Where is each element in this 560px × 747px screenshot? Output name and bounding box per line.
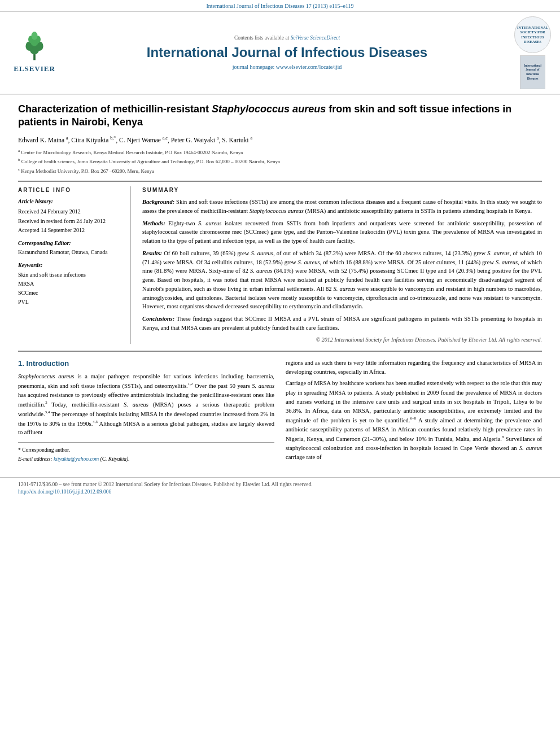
journal-title-area: Contents lists available at SciVerse Sci… [60,34,514,71]
conclusions-section: Conclusions: These findings suggest that… [142,314,542,333]
editor-name: Karaunchand Ramotar, Ottawa, Canada [18,248,123,257]
footer-issn: 1201-9712/$36.00 – see front matter © 20… [18,481,542,488]
journal-title: International Journal of Infectious Dise… [65,45,509,61]
keyword-1: Skin and soft tissue infections [18,270,123,279]
background-section: Background: Skin and soft tissue infecti… [142,198,542,216]
elsevier-tree-icon [20,32,49,63]
revised-date: Received in revised form 24 July 2012 [18,217,123,226]
results-section: Results: Of 60 boil cultures, 39 (65%) g… [142,249,542,311]
isid-logo: INTERNATIONAL SOCIETY FOR INFECTIOUS DIS… [514,16,551,53]
article-info-header: ARTICLE INFO [18,186,123,194]
article-history-label: Article history: [18,198,123,206]
affiliation-c: c Kenya Methodist University, P.O. Box 2… [18,167,542,176]
page-footer: 1201-9712/$36.00 – see front matter © 20… [0,477,560,500]
sciverse-line: Contents lists available at SciVerse Sci… [65,34,509,42]
summary-column: SUMMARY Background: Skin and soft tissue… [142,186,542,344]
elsevier-logo-area: ELSEVIER [9,32,60,74]
keyword-2: MRSA [18,279,123,289]
footnote-area: * Corresponding author. E-mail address: … [18,442,274,464]
affiliations: a Centre for Microbiology Research, Keny… [18,148,542,176]
background-label: Background: [142,199,174,205]
article-info-column: ARTICLE INFO Article history: Received 2… [18,186,131,344]
copyright-line: © 2012 International Society for Infecti… [142,336,542,344]
intro-paragraph-right-2: Carriage of MRSA by healthcare workers h… [286,379,542,462]
results-text: Results: Of 60 boil cultures, 39 (65%) g… [142,249,542,311]
email-line: E-mail address: kiiyukia@yahoo.com (C. K… [18,455,274,463]
introduction-section: 1. Introduction Staphylococcus aureus is… [18,359,542,465]
summary-header: SUMMARY [142,186,542,194]
journal-header: ELSEVIER Contents lists available at Sci… [0,12,560,95]
corresponding-note: * Corresponding author. [18,446,274,454]
intro-left-column: 1. Introduction Staphylococcus aureus is… [18,359,274,465]
journal-homepage: journal homepage: www.elsevier.com/locat… [65,63,509,71]
authors-line: Edward K. Maina a, Ciira Kiiyukia b,*, C… [18,135,542,145]
keywords-label: Keywords: [18,261,123,270]
conclusions-label: Conclusions: [142,316,174,322]
sciverse-link[interactable]: SciVerse ScienceDirect [291,35,340,41]
conclusions-text: Conclusions: These findings suggest that… [142,314,542,333]
methods-section: Methods: Eighty-two S. aureus isolates r… [142,219,542,246]
divider-top [18,181,542,182]
ijid-thumbnail: International Journal of Infectious Dise… [520,55,545,89]
keyword-4: PVL [18,298,123,307]
affiliation-b: b College of health sciences, Jomo Kenya… [18,157,542,166]
results-label: Results: [142,250,162,256]
section-divider [18,351,542,352]
top-bar: International Journal of Infectious Dise… [0,0,560,12]
elsevier-logo: ELSEVIER [9,32,60,74]
header-right-logos: INTERNATIONAL SOCIETY FOR INFECTIOUS DIS… [514,16,551,89]
email-label: E-mail address: [18,456,53,462]
corresponding-editor-label: Corresponding Editor: [18,239,123,248]
svg-point-7 [32,32,38,40]
journal-citation: International Journal of Infectious Dise… [206,3,353,9]
email-address[interactable]: kiiyukia@yahoo.com [54,456,99,462]
article-info-summary: ARTICLE INFO Article history: Received 2… [18,186,542,344]
methods-text: Methods: Eighty-two S. aureus isolates r… [142,219,542,246]
methods-label: Methods: [142,220,165,226]
accepted-date: Accepted 14 September 2012 [18,226,123,235]
background-text: Background: Skin and soft tissue infecti… [142,198,542,216]
article-title: Characterization of methicillin-resistan… [18,103,542,129]
main-content: Characterization of methicillin-resistan… [0,95,560,473]
keywords-list: Skin and soft tissue infections MRSA SCC… [18,270,123,307]
intro-paragraph-right-1: regions and as such there is very little… [286,359,542,377]
affiliation-a: a Centre for Microbiology Research, Keny… [18,148,542,157]
keyword-3: SCCmec [18,289,123,298]
homepage-url[interactable]: www.elsevier.com/locate/ijid [276,64,342,70]
intro-paragraph-1: Staphylococcus aureus is a major pathoge… [18,372,274,438]
footer-doi[interactable]: http://dx.doi.org/10.1016/j.ijid.2012.09… [18,488,542,496]
intro-right-column: regions and as such there is very little… [286,359,542,465]
elsevier-text: ELSEVIER [14,64,55,74]
received-date: Received 24 February 2012 [18,208,123,216]
section-title: 1. Introduction [18,359,274,369]
email-suffix: (C. Kiiyukia). [100,456,130,462]
